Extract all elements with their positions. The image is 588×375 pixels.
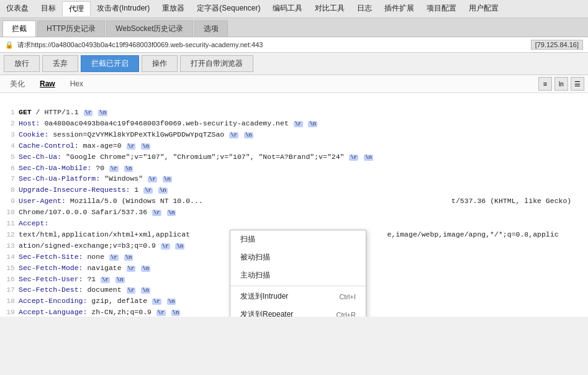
menu-bar: 仪表盘 目标 代理 攻击者(Intruder) 重放器 定字器(Sequence…: [0, 0, 588, 18]
menu-user-options[interactable]: 用户配置: [463, 1, 505, 16]
menu-proxy[interactable]: 代理: [62, 1, 91, 16]
ctx-active-scan[interactable]: 主动扫描: [230, 266, 366, 284]
request-area: 1GET / HTTP/1.1 \r \n 2Host: 0a4800ac049…: [0, 93, 588, 317]
menu-encoder[interactable]: 编码工具: [266, 1, 309, 16]
tab-options[interactable]: 选项: [194, 20, 228, 37]
url-text: 请求https://0a4800ac0493b0a4c19f9468003f00…: [17, 40, 527, 50]
sub-toolbar-icons: ≡ ln ☰: [538, 77, 584, 91]
ip-badge: [79.125.84.16]: [531, 40, 583, 50]
forward-button[interactable]: 放行: [4, 55, 40, 72]
url-bar: 🔒 请求https://0a4800ac0493b0a4c19f9468003f…: [0, 37, 588, 53]
sub-toolbar: 美化 Raw Hex ≡ ln ☰: [0, 75, 588, 93]
drop-button[interactable]: 丢弃: [42, 55, 78, 72]
menu-log[interactable]: 日志: [351, 1, 378, 16]
menu-sequencer[interactable]: 定字器(Sequencer): [191, 1, 266, 16]
menu-extensions[interactable]: 插件扩展: [378, 1, 420, 16]
menu-target[interactable]: 目标: [35, 1, 62, 16]
menu-comparer[interactable]: 对比工具: [309, 1, 351, 16]
menu-repeater[interactable]: 重放器: [156, 1, 191, 16]
open-browser-button[interactable]: 打开自带浏览器: [180, 55, 253, 72]
toolbar: 放行 丢弃 拦截已开启 操作 打开自带浏览器: [0, 53, 588, 75]
tab-intercept[interactable]: 拦截: [2, 20, 36, 37]
context-menu: 扫描 被动扫描 主动扫描 发送到Intruder Ctrl+I 发送到Repea…: [230, 230, 366, 317]
tab-bar: 拦截 HTTP历史记录 WebSocket历史记录 选项: [0, 18, 588, 37]
ctx-shortcut-intruder: Ctrl+I: [339, 293, 356, 300]
sub-tab-hex[interactable]: Hex: [64, 78, 89, 89]
menu-dashboard[interactable]: 仪表盘: [0, 1, 35, 16]
ctx-scan[interactable]: 扫描: [230, 230, 366, 248]
ctx-passive-scan[interactable]: 被动扫描: [230, 248, 366, 266]
menu-intruder[interactable]: 攻击者(Intruder): [91, 1, 156, 16]
intercept-toggle-button[interactable]: 拦截已开启: [81, 55, 139, 72]
action-button[interactable]: 操作: [142, 55, 178, 72]
line-numbers-icon[interactable]: ln: [554, 77, 568, 91]
sub-tab-raw[interactable]: Raw: [34, 78, 61, 89]
menu-project-options[interactable]: 项目配置: [420, 1, 463, 16]
tab-http-history[interactable]: HTTP历史记录: [37, 20, 105, 37]
ctx-separator-1: [230, 286, 366, 286]
menu-icon[interactable]: ☰: [571, 77, 584, 91]
ctx-send-intruder[interactable]: 发送到Intruder Ctrl+I: [230, 287, 366, 305]
lock-icon: 🔒: [5, 41, 14, 49]
sub-tab-pretty[interactable]: 美化: [4, 78, 31, 91]
ctx-shortcut-repeater: Ctrl+R: [337, 311, 356, 317]
ctx-send-repeater[interactable]: 发送到Repeater Ctrl+R: [230, 305, 366, 317]
word-wrap-icon[interactable]: ≡: [538, 77, 552, 91]
tab-websocket-history[interactable]: WebSocket历史记录: [106, 20, 192, 37]
